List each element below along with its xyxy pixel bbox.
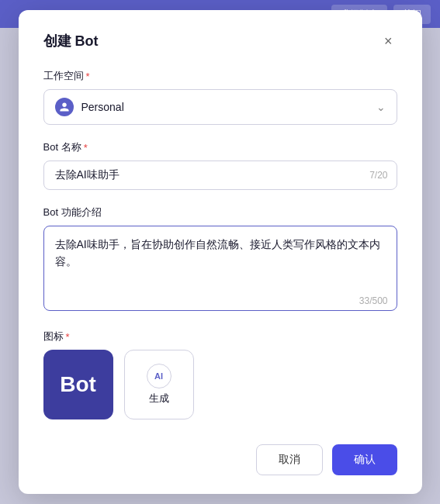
icon-options: Bot AI 生成	[43, 350, 397, 419]
create-bot-modal: 创建 Bot × 工作空间 * Personal ⌄ Bot 名称 *	[19, 10, 422, 494]
bot-name-section: Bot 名称 * 7/20	[43, 140, 397, 190]
workspace-section: 工作空间 * Personal ⌄	[43, 69, 397, 125]
workspace-select[interactable]: Personal ⌄	[43, 89, 397, 125]
bot-desc-textarea[interactable]: 去除AI味助手，旨在协助创作自然流畅、接近人类写作风格的文本内容。	[43, 226, 397, 311]
bot-name-required: *	[84, 142, 88, 154]
bot-name-input-wrapper: 7/20	[43, 161, 397, 190]
modal-footer: 取消 确认	[43, 441, 397, 475]
workspace-select-left: Personal	[55, 98, 124, 116]
bot-name-char-count: 7/20	[369, 170, 387, 181]
generate-label: 生成	[149, 392, 169, 406]
generate-icon-button[interactable]: AI 生成	[124, 350, 194, 419]
workspace-name: Personal	[81, 101, 124, 113]
modal-header: 创建 Bot ×	[43, 32, 397, 50]
bot-desc-char-count: 33/500	[359, 295, 388, 306]
chevron-down-icon: ⌄	[376, 101, 386, 113]
bot-desc-section: Bot 功能介绍 去除AI味助手，旨在协助创作自然流畅、接近人类写作风格的文本内…	[43, 205, 397, 314]
workspace-label: 工作空间 *	[43, 69, 397, 83]
workspace-avatar	[55, 98, 74, 116]
bot-name-label: Bot 名称 *	[43, 140, 397, 154]
bot-icon-selected[interactable]: Bot	[43, 350, 113, 419]
bot-desc-label: Bot 功能介绍	[43, 205, 397, 219]
icon-section: 图标 * Bot AI 生成	[43, 330, 397, 419]
workspace-required: *	[86, 71, 90, 82]
close-button[interactable]: ×	[379, 33, 397, 50]
ai-icon-circle: AI	[147, 364, 171, 388]
bot-desc-textarea-wrapper: 去除AI味助手，旨在协助创作自然流畅、接近人类写作风格的文本内容。 33/500	[43, 226, 397, 314]
modal-title: 创建 Bot	[43, 32, 99, 50]
cancel-button[interactable]: 取消	[256, 444, 323, 475]
icon-required: *	[66, 331, 70, 343]
bot-name-input[interactable]	[43, 161, 397, 190]
icon-label: 图标 *	[43, 330, 397, 343]
confirm-button[interactable]: 确认	[332, 444, 397, 475]
